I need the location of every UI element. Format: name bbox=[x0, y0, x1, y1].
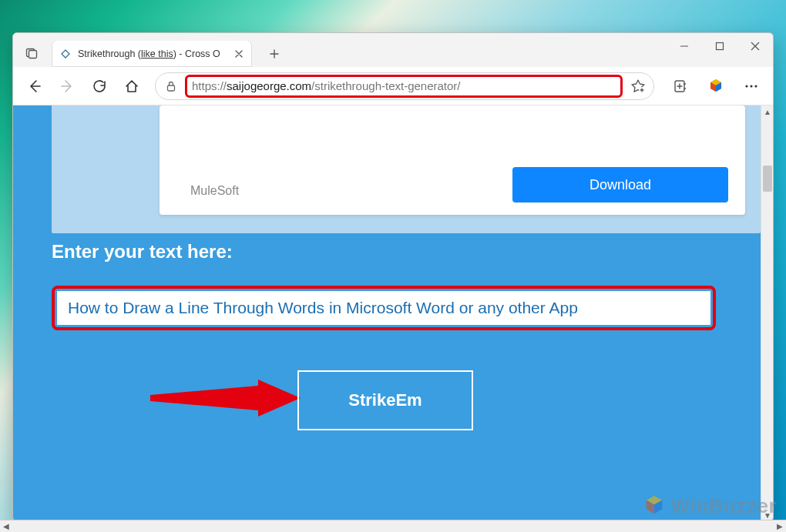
svg-rect-2 bbox=[717, 43, 724, 50]
toolbar: https://saijogeorge.com/strikethrough-te… bbox=[13, 67, 773, 105]
tab-title: Strikethrough (like this) - Cross O bbox=[78, 49, 229, 59]
svg-rect-1 bbox=[29, 51, 37, 59]
lock-icon bbox=[165, 80, 177, 92]
h-scroll-track[interactable] bbox=[12, 520, 774, 533]
address-bar[interactable]: https://saijogeorge.com/strikethrough-te… bbox=[155, 72, 654, 100]
maximize-button[interactable] bbox=[702, 33, 737, 59]
ad-card: MuleSoft Download bbox=[160, 105, 745, 215]
tabs-area: Strikethrough (like this) - Cross O bbox=[49, 33, 773, 67]
outer-horizontal-scrollbar[interactable]: ◀ ▶ bbox=[0, 520, 786, 532]
scrollbar-thumb[interactable] bbox=[763, 166, 772, 192]
tab-favicon bbox=[59, 48, 72, 60]
annotation-arrow bbox=[150, 380, 301, 417]
svg-point-10 bbox=[745, 85, 747, 87]
close-window-button[interactable] bbox=[737, 33, 773, 59]
tab-close-button[interactable] bbox=[232, 47, 246, 61]
svg-point-11 bbox=[750, 85, 752, 87]
ad-download-button[interactable]: Download bbox=[512, 167, 728, 202]
vertical-scrollbar[interactable]: ▲ ▼ bbox=[761, 105, 773, 521]
svg-marker-13 bbox=[150, 380, 301, 417]
collections-button[interactable] bbox=[665, 71, 696, 102]
back-button[interactable] bbox=[19, 71, 50, 102]
extension-icon[interactable] bbox=[700, 71, 731, 102]
browser-tab[interactable]: Strikethrough (like this) - Cross O bbox=[52, 41, 252, 67]
toolbar-right bbox=[665, 71, 767, 102]
scroll-up-button[interactable]: ▲ bbox=[761, 105, 773, 118]
window-controls bbox=[667, 33, 773, 59]
browser-window: Strikethrough (like this) - Cross O bbox=[12, 32, 774, 522]
home-button[interactable] bbox=[116, 71, 147, 102]
add-favorite-button[interactable] bbox=[630, 79, 646, 94]
ad-brand-text: MuleSoft bbox=[190, 184, 239, 198]
input-highlight-annotation bbox=[52, 286, 716, 330]
page-viewport: MuleSoft Download Enter your text here: … bbox=[13, 105, 773, 521]
ad-container: MuleSoft Download bbox=[52, 105, 761, 233]
url-text: https://saijogeorge.com/strikethrough-te… bbox=[192, 79, 461, 92]
forward-button[interactable] bbox=[52, 71, 82, 102]
new-tab-button[interactable] bbox=[263, 42, 286, 65]
tab-actions-button[interactable] bbox=[18, 39, 45, 67]
page-content: MuleSoft Download Enter your text here: … bbox=[13, 105, 761, 521]
more-menu-button[interactable] bbox=[736, 71, 767, 102]
refresh-button[interactable] bbox=[84, 71, 115, 102]
svg-rect-3 bbox=[168, 85, 175, 91]
scroll-right-button[interactable]: ▶ bbox=[774, 520, 786, 533]
url-highlight-annotation: https://saijogeorge.com/strikethrough-te… bbox=[185, 75, 623, 98]
minimize-button[interactable] bbox=[667, 33, 702, 59]
svg-point-12 bbox=[754, 85, 757, 87]
desktop-background: Strikethrough (like this) - Cross O bbox=[0, 0, 786, 532]
scroll-left-button[interactable]: ◀ bbox=[0, 520, 12, 533]
input-prompt-label: Enter your text here: bbox=[52, 241, 233, 263]
titlebar: Strikethrough (like this) - Cross O bbox=[13, 33, 773, 67]
main-text-input[interactable] bbox=[57, 291, 710, 325]
strikeem-button[interactable]: StrikeEm bbox=[297, 370, 473, 430]
